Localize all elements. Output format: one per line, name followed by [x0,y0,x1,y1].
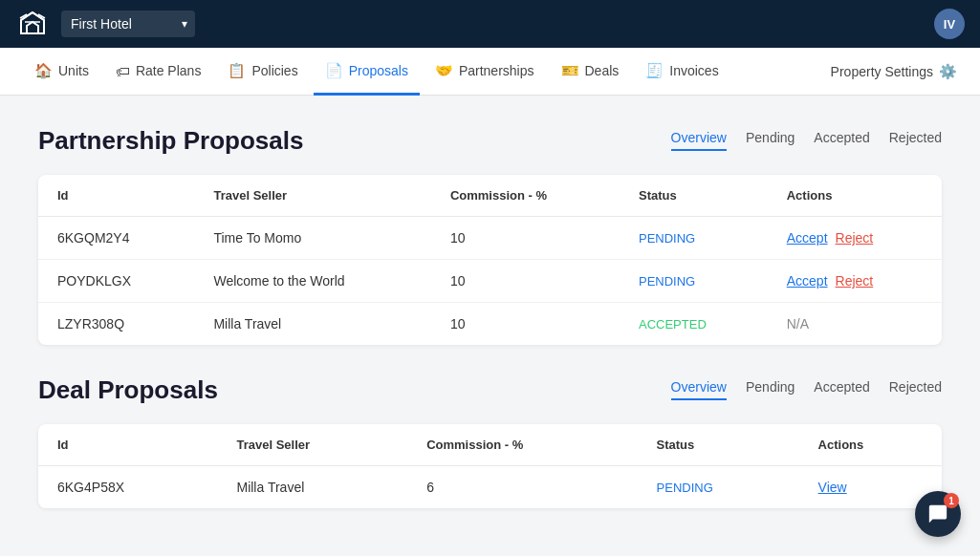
accept-button[interactable]: Accept [787,230,828,246]
hotel-selector[interactable]: First Hotel [61,11,195,37]
main-content: Partnership Proposals Overview Pending A… [0,96,980,556]
status-badge: PENDING [639,274,695,289]
partnerships-icon: 🤝 [435,62,453,79]
gear-icon: ⚙️ [939,63,957,80]
deal-proposals-title: Deal Proposals [38,375,218,405]
deal-proposals-header: Deal Proposals Overview Pending Accepted… [38,375,942,405]
subnav-left: 🏠 Units 🏷 Rate Plans 📋 Policies 📄 Propos… [23,48,730,95]
status-badge: PENDING [657,481,713,495]
subnav-item-units[interactable]: 🏠 Units [23,49,100,96]
subnav-item-invoices[interactable]: 🧾 Invoices [634,49,730,96]
dp-col-commission: Commission - % [407,424,637,466]
dp-col-status: Status [638,424,799,466]
partnership-proposals-tabs: Overview Pending Accepted Rejected [671,126,942,151]
pp-col-seller: Travel Seller [194,175,430,217]
reject-button[interactable]: Reject [836,230,874,246]
deal-proposals-table: Id Travel Seller Commission - % Status A… [38,424,942,508]
partnership-proposals-table-wrap: Id Travel Seller Commission - % Status A… [38,175,942,345]
cell-seller: Milla Travel [194,303,430,346]
status-badge: ACCEPTED [639,317,707,331]
dp-col-id: Id [38,424,217,466]
table-row: LZYR308Q Milla Travel 10 ACCEPTED N/A [38,303,942,346]
partnership-proposals-thead-row: Id Travel Seller Commission - % Status A… [38,175,942,217]
cell-commission: 10 [431,303,620,346]
subnav-item-deals[interactable]: 🎫 Deals [550,49,631,96]
dp-col-actions: Actions [799,424,942,466]
dp-tab-overview[interactable]: Overview [671,379,727,400]
cell-status: PENDING [620,217,768,260]
cell-status: PENDING [638,466,799,509]
cell-id: 6KGQM2Y4 [38,217,194,260]
partnership-proposals-section: Partnership Proposals Overview Pending A… [38,126,942,345]
cell-commission: 10 [431,260,620,303]
invoices-icon: 🧾 [645,62,664,79]
na-label: N/A [787,316,809,331]
pp-col-actions: Actions [768,175,942,217]
cell-actions: N/A [768,303,942,346]
table-row: 6KGQM2Y4 Time To Momo 10 PENDING AcceptR… [38,217,942,260]
table-row: 6KG4P58X Milla Travel 6 PENDING View [38,466,942,509]
pp-col-id: Id [38,175,194,217]
dp-tab-rejected[interactable]: Rejected [889,379,942,400]
subnav: 🏠 Units 🏷 Rate Plans 📋 Policies 📄 Propos… [0,48,980,96]
cell-status: PENDING [620,260,768,303]
pp-tab-rejected[interactable]: Rejected [889,130,942,151]
pp-tab-overview[interactable]: Overview [671,130,727,151]
rate-plans-icon: 🏷 [116,63,130,79]
cell-commission: 10 [431,217,620,260]
deal-proposals-table-wrap: Id Travel Seller Commission - % Status A… [38,424,942,508]
deals-icon: 🎫 [561,62,579,79]
cell-id: POYDKLGX [38,260,194,303]
subnav-item-policies[interactable]: 📋 Policies [216,49,309,96]
units-icon: 🏠 [34,62,53,79]
reject-button[interactable]: Reject [836,273,874,289]
policies-icon: 📋 [228,62,246,79]
dp-col-seller: Travel Seller [217,424,407,466]
proposals-icon: 📄 [325,62,343,79]
chat-badge: 1 [944,493,959,508]
subnav-label-proposals: Proposals [349,63,408,78]
subnav-item-rate-plans[interactable]: 🏷 Rate Plans [104,49,212,96]
subnav-item-proposals[interactable]: 📄 Proposals [314,49,420,96]
pp-tab-accepted[interactable]: Accepted [814,130,869,151]
dp-tab-accepted[interactable]: Accepted [814,379,869,400]
dp-tab-pending[interactable]: Pending [746,379,795,400]
cell-id: 6KG4P58X [38,466,217,509]
deal-proposals-section: Deal Proposals Overview Pending Accepted… [38,375,942,508]
cell-seller: Time To Momo [194,217,430,260]
partnership-proposals-table: Id Travel Seller Commission - % Status A… [38,175,942,345]
property-settings[interactable]: Property Settings ⚙️ [831,63,957,80]
property-settings-label: Property Settings [831,64,933,79]
partnership-proposals-title: Partnership Proposals [38,126,303,156]
chat-button[interactable]: 1 [915,491,961,537]
pp-tab-pending[interactable]: Pending [746,130,795,151]
cell-status: ACCEPTED [620,303,768,346]
cell-commission: 6 [407,466,637,509]
cell-id: LZYR308Q [38,303,194,346]
subnav-label-partnerships: Partnerships [459,63,534,78]
cell-actions: AcceptReject [768,217,942,260]
subnav-label-rate-plans: Rate Plans [136,63,201,78]
cell-seller: Welcome to the World [194,260,430,303]
accept-button[interactable]: Accept [787,273,828,289]
view-button[interactable]: View [818,480,847,495]
pp-col-status: Status [620,175,768,217]
logo-icon [15,7,50,41]
pp-col-commission: Commission - % [431,175,620,217]
subnav-label-deals: Deals [585,63,620,78]
subnav-label-units: Units [58,63,89,78]
topbar: First Hotel IV [0,0,980,48]
subnav-label-policies: Policies [251,63,297,78]
topbar-left: First Hotel [15,7,195,41]
table-row: POYDKLGX Welcome to the World 10 PENDING… [38,260,942,303]
cell-actions: AcceptReject [768,260,942,303]
deal-proposals-thead-row: Id Travel Seller Commission - % Status A… [38,424,942,466]
subnav-label-invoices: Invoices [669,63,718,78]
cell-seller: Milla Travel [217,466,407,509]
deal-proposals-tabs: Overview Pending Accepted Rejected [671,375,942,400]
status-badge: PENDING [639,231,695,246]
partnership-proposals-header: Partnership Proposals Overview Pending A… [38,126,942,156]
avatar: IV [934,9,965,39]
hotel-selector-wrap[interactable]: First Hotel [61,11,195,37]
subnav-item-partnerships[interactable]: 🤝 Partnerships [424,49,546,96]
